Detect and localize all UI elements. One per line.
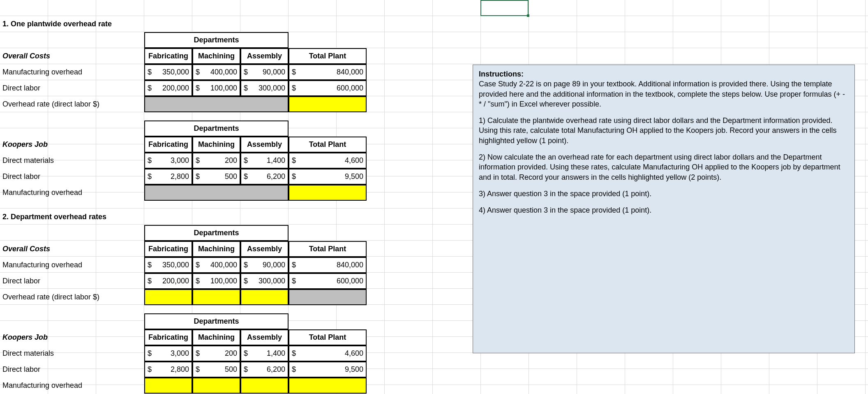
t1a-dl-fab[interactable]: 200,000	[144, 80, 192, 96]
t2a-dl-mach[interactable]: 100,000	[192, 273, 240, 289]
t1b-dm-fab[interactable]: 3,000	[144, 153, 192, 169]
t2b-mfgoh-mach[interactable]	[192, 378, 240, 394]
t2a-dl-total[interactable]: 600,000	[289, 273, 367, 289]
t2b-dm-fab[interactable]: 3,000	[144, 345, 192, 362]
t1b-label-dm: Direct materials	[0, 153, 144, 169]
t2a-ohrate-asm[interactable]	[240, 289, 289, 305]
instructions-p3: 3) Answer question 3 in the space provid…	[479, 189, 849, 199]
t2b-dl-asm[interactable]: 6,200	[240, 362, 289, 378]
t2a-col-total: Total Plant	[289, 241, 367, 257]
t1a-departments-header: Departments	[144, 32, 289, 48]
spreadsheet-sheet[interactable]: 1. One plantwide overhead rate Departmen…	[0, 0, 868, 394]
t2b-label-mfgoh: Manufacturing overhead	[0, 378, 144, 394]
instructions-p0: Case Study 2-22 is on page 89 in your te…	[479, 80, 845, 108]
t1b-col-mach: Machining	[192, 137, 240, 153]
t1a-ohrate-answer[interactable]	[289, 96, 367, 112]
t2b-dm-mach[interactable]: 200	[192, 345, 240, 362]
t2b-dm-total[interactable]: 4,600	[289, 345, 367, 362]
t2a-mfgoh-asm[interactable]: 90,000	[240, 257, 289, 273]
t2b-col-mach: Machining	[192, 329, 240, 345]
t2a-dl-fab[interactable]: 200,000	[144, 273, 192, 289]
t1b-mfgoh-answer[interactable]	[289, 185, 367, 201]
t1a-ohrate-gray	[144, 96, 289, 112]
t2a-row-title: Overall Costs	[0, 241, 144, 257]
t1a-row-title: Overall Costs	[0, 48, 144, 64]
t1b-dl-fab[interactable]: 2,800	[144, 169, 192, 185]
t2b-mfgoh-total[interactable]	[289, 378, 367, 394]
t1a-col-fab: Fabricating	[144, 48, 192, 64]
t2b-col-total: Total Plant	[289, 329, 367, 345]
t2a-ohrate-total-gray	[289, 289, 367, 305]
instructions-title: Instructions:	[479, 70, 524, 78]
t1a-dl-total[interactable]: 600,000	[289, 80, 367, 96]
t1a-label-dl: Direct labor	[0, 80, 144, 96]
t1b-col-asm: Assembly	[240, 137, 289, 153]
t2b-dl-mach[interactable]: 500	[192, 362, 240, 378]
t1a-mfgoh-asm[interactable]: 90,000	[240, 64, 289, 80]
t2b-dl-total[interactable]: 9,500	[289, 362, 367, 378]
instructions-p2: 2) Now calculate the an overhead rate fo…	[479, 152, 849, 182]
t1a-label-mfgoh: Manufacturing overhead	[0, 64, 144, 80]
section-title-1: 1. One plantwide overhead rate	[0, 16, 144, 32]
t2b-dm-asm[interactable]: 1,400	[240, 345, 289, 362]
t1a-dl-mach[interactable]: 100,000	[192, 80, 240, 96]
t2b-col-fab: Fabricating	[144, 329, 192, 345]
t2a-label-mfgoh: Manufacturing overhead	[0, 257, 144, 273]
t2b-col-asm: Assembly	[240, 329, 289, 345]
t1b-departments-header: Departments	[144, 121, 289, 137]
t1b-dl-mach[interactable]: 500	[192, 169, 240, 185]
t2a-departments-header: Departments	[144, 225, 289, 241]
t2a-col-asm: Assembly	[240, 241, 289, 257]
t2b-label-dl: Direct labor	[0, 362, 144, 378]
t1a-label-ohrate: Overhead rate (direct labor $)	[0, 96, 144, 112]
t2b-dl-fab[interactable]: 2,800	[144, 362, 192, 378]
t1b-col-total: Total Plant	[289, 137, 367, 153]
t1a-col-total: Total Plant	[289, 48, 367, 64]
t2b-departments-header: Departments	[144, 313, 289, 329]
t2b-mfgoh-fab[interactable]	[144, 378, 192, 394]
t2a-col-fab: Fabricating	[144, 241, 192, 257]
t2b-mfgoh-asm[interactable]	[240, 378, 289, 394]
t2a-mfgoh-total[interactable]: 840,000	[289, 257, 367, 273]
t1a-dl-asm[interactable]: 300,000	[240, 80, 289, 96]
t2b-row-title: Koopers Job	[0, 329, 144, 345]
active-cell[interactable]	[480, 0, 529, 16]
t2a-label-ohrate: Overhead rate (direct labor $)	[0, 289, 144, 305]
t1b-dm-total[interactable]: 4,600	[289, 153, 367, 169]
t2a-label-dl: Direct labor	[0, 273, 144, 289]
t1b-label-mfgoh: Manufacturing overhead	[0, 185, 144, 201]
section-title-2: 2. Department overhead rates	[0, 209, 144, 225]
instructions-p1: 1) Calculate the plantwide overhead rate…	[479, 116, 849, 146]
instructions-box: Instructions: Case Study 2-22 is on page…	[473, 65, 855, 353]
t2a-mfgoh-fab[interactable]: 350,000	[144, 257, 192, 273]
t1a-mfgoh-fab[interactable]: 350,000	[144, 64, 192, 80]
t1b-dl-asm[interactable]: 6,200	[240, 169, 289, 185]
t1a-col-mach: Machining	[192, 48, 240, 64]
t2a-ohrate-mach[interactable]	[192, 289, 240, 305]
t1b-dm-mach[interactable]: 200	[192, 153, 240, 169]
t2a-ohrate-fab[interactable]	[144, 289, 192, 305]
t2a-dl-asm[interactable]: 300,000	[240, 273, 289, 289]
t1b-dl-total[interactable]: 9,500	[289, 169, 367, 185]
t1b-mfgoh-gray	[144, 185, 289, 201]
t1b-row-title: Koopers Job	[0, 137, 144, 153]
t1b-label-dl: Direct labor	[0, 169, 144, 185]
t1a-mfgoh-mach[interactable]: 400,000	[192, 64, 240, 80]
instructions-p4: 4) Answer question 3 in the space provid…	[479, 205, 849, 215]
t2a-col-mach: Machining	[192, 241, 240, 257]
t2a-mfgoh-mach[interactable]: 400,000	[192, 257, 240, 273]
t1a-mfgoh-total[interactable]: 840,000	[289, 64, 367, 80]
t2b-label-dm: Direct materials	[0, 345, 144, 362]
t1b-col-fab: Fabricating	[144, 137, 192, 153]
t1a-col-asm: Assembly	[240, 48, 289, 64]
t1b-dm-asm[interactable]: 1,400	[240, 153, 289, 169]
